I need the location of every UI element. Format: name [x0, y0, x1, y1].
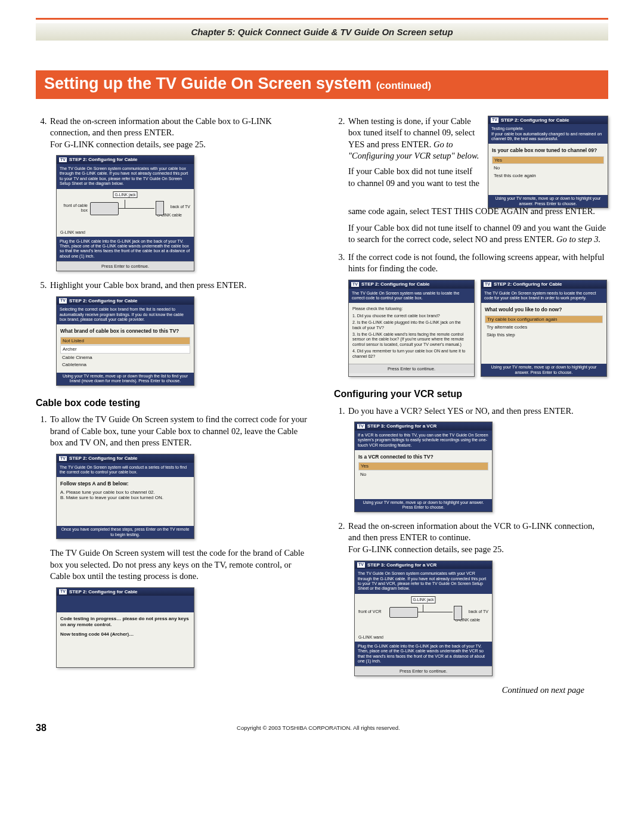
page: Chapter 5: Quick Connect Guide & TV Guid… — [0, 0, 644, 751]
dlg-title-text: STEP 2: Configuring for Cable — [494, 281, 562, 287]
right-step-2: When testing is done, if your Cable box … — [347, 116, 608, 246]
dlg-top-text: Selecting the correct cable box brand fr… — [57, 305, 194, 324]
wire-up-icon — [125, 200, 125, 208]
option-archer[interactable]: Archer — [60, 345, 190, 354]
dlg-top: The TV Guide On Screen system needs to l… — [481, 289, 606, 304]
option-no[interactable]: No — [358, 471, 488, 478]
dlg-body: Is your cable box now tuned to channel 0… — [488, 144, 608, 195]
subhead-cable-test: Cable box code testing — [36, 397, 310, 410]
tv-logo-icon: TV — [484, 282, 491, 287]
test-step-1: To allow the TV Guide On Screen system t… — [49, 414, 310, 668]
dlg-top-text: The TV Guide On Screen system communicat… — [57, 164, 194, 189]
tv-logo-icon: TV — [59, 456, 67, 461]
dlg-top-text: Testing complete. If your cable box auto… — [488, 124, 608, 144]
dialog-code-testing: TV STEP 2: Configuring for Cable Code te… — [56, 587, 194, 668]
dlg-title-text: STEP 2: Configuring for Cable — [361, 281, 430, 287]
dialog-follow-steps: TV STEP 2: Configuring for Cable The TV … — [56, 454, 194, 539]
dlg-foot: Using your TV remote, move up or down th… — [57, 373, 194, 385]
cablebox-icon — [90, 202, 119, 215]
dlg-foot: Press Enter to continue. — [57, 261, 194, 271]
step4-text-b: For G-LINK connection details, see page … — [50, 140, 206, 149]
test-note: The TV Guide On Screen system will test … — [50, 547, 310, 583]
dlg-question: Is a VCR connected to this TV? — [358, 454, 488, 460]
label-jack: G-LINK jack — [113, 191, 137, 199]
copyright: Copyright © 2003 TOSHIBA CORPORATION. Al… — [47, 724, 590, 731]
cable-test-list: To allow the TV Guide On Screen system t… — [36, 414, 310, 668]
option-yes[interactable]: Yes — [492, 156, 604, 165]
chapter-bar: Chapter 5: Quick Connect Guide & TV Guid… — [36, 23, 608, 41]
dlg-title-text: STEP 3: Configuring for a VCR — [367, 423, 436, 429]
hint-4: 4. Did you remember to turn your cable b… — [352, 349, 470, 359]
dlg-body: Is a VCR connected to this TV? Yes No — [355, 450, 492, 499]
test-step1-text: To allow the TV Guide On Screen system t… — [50, 414, 307, 447]
tv-back-icon — [454, 606, 462, 620]
option-try-alt-codes[interactable]: Try alternate codes — [485, 324, 603, 331]
dlg-foot: Using your TV remote, move up or down to… — [355, 499, 492, 512]
dlg-question: What brand of cable box is connected to … — [60, 328, 190, 334]
right-step-3: If the correct code is not found, the fo… — [347, 252, 608, 377]
right-list-2-3: When testing is done, if your Cable box … — [334, 116, 608, 377]
step2-wrap: When testing is done, if your Cable box … — [348, 116, 608, 209]
step3-text: If the correct code is not found, the fo… — [348, 252, 604, 274]
option-no[interactable]: No — [492, 165, 604, 172]
dialog-vcr-glink: TV STEP 3: Configuring for a VCR The TV … — [354, 561, 493, 677]
left-list-4-5: Read the on-screen information about the… — [36, 116, 310, 386]
dlg-title-text: STEP 2: Configuring for Cable — [69, 589, 138, 595]
option-cable-cinema[interactable]: Cable Cinema — [60, 354, 190, 361]
dlg-title-text: STEP 2: Configuring for Cable — [69, 157, 138, 163]
glink-diagram: G-LINK jack front of cable box back of T… — [57, 189, 194, 237]
wire-icon — [418, 612, 453, 612]
dlg-question: What would you like to do now? — [485, 306, 603, 312]
dlg-body: Follow steps A and B below: A. Please tu… — [57, 477, 194, 526]
dlg-top: If a VCR is connected to this TV, you ca… — [355, 431, 492, 450]
dlg-body: Please check the following: 1. Did you c… — [349, 303, 474, 364]
option-yes[interactable]: Yes — [358, 462, 488, 470]
dlg-question: Follow steps A and B below: — [60, 481, 190, 487]
left-column: Read the on-screen information about the… — [36, 116, 310, 701]
continued-note: Continued on next page — [334, 685, 584, 696]
tv-logo-icon: TV — [351, 282, 359, 287]
step-4: Read the on-screen information about the… — [49, 116, 310, 271]
title-main: Setting up the TV Guide On Screen system — [44, 75, 371, 92]
dlg-title: TV STEP 2: Configuring for Cable — [57, 588, 194, 596]
dlg-foot: Press Enter to continue. — [349, 364, 474, 373]
hint-2: 2. Is the G-LINK cable plugged into the … — [352, 320, 470, 330]
dialog-glink-cable: TV STEP 2: Configuring for Cable The TV … — [56, 155, 194, 271]
step2-text-block: When testing is done, if your Cable box … — [348, 116, 481, 194]
option-try-config-again[interactable]: Try cable box configuration again — [485, 315, 603, 324]
testing-line2: Now testing code 044 (Archer)… — [60, 631, 190, 637]
label-front: front of cable box — [60, 203, 88, 213]
dlg-title: TV STEP 2: Configuring for Cable — [57, 454, 194, 463]
vcr-icon — [389, 607, 418, 618]
dialog-brand-select: TV STEP 2: Configuring for Cable Selecti… — [56, 296, 194, 386]
dlg-title-text: STEP 3: Configuring for a VCR — [367, 562, 436, 568]
step2-c-italic: Go to step 3. — [556, 234, 600, 244]
step2-c: If your Cable box did not tune itself to… — [348, 222, 608, 246]
tv-logo-icon: TV — [491, 117, 499, 122]
label-wand: G-LINK wand — [358, 635, 383, 640]
hint-3: 3. Is the G-LINK cable wand's lens facin… — [352, 332, 470, 347]
dlg-title-text: STEP 2: Configuring for Cable — [69, 456, 138, 462]
step-5: Highlight your Cable box brand, and then… — [49, 280, 310, 386]
subhead-vcr: Configuring your VCR setup — [334, 388, 608, 401]
dlg-title: TV STEP 2: Configuring for Cable — [57, 297, 194, 305]
vcr-step-2: Read the on-screen information about the… — [347, 521, 608, 676]
wire-up-icon — [423, 605, 423, 612]
option-test-again[interactable]: Test this code again — [492, 172, 604, 179]
dlg-title-text: STEP 2: Configuring for Cable — [69, 298, 138, 304]
dlg-mid-text: Plug the G-LINK cable into the G-LINK ja… — [57, 237, 194, 262]
label-back: back of TV — [171, 205, 190, 209]
option-not-listed[interactable]: Not Listed — [60, 337, 190, 345]
option-cabletenna[interactable]: Cabletenna — [60, 361, 190, 368]
tv-logo-icon: TV — [59, 298, 67, 303]
option-skip-step[interactable]: Skip this step — [485, 332, 603, 339]
step-b: B. Make sure to leave your cable box tur… — [60, 495, 190, 501]
dlg-title: TV STEP 2: Configuring for Cable — [349, 280, 474, 289]
dlg-title: TV STEP 3: Configuring for a VCR — [355, 422, 492, 431]
step5-text: Highlight your Cable box brand, and then… — [50, 280, 246, 290]
tv-logo-icon: TV — [59, 589, 67, 594]
dlg-mid: Plug the G-LINK cable into the G-LINK ja… — [355, 642, 492, 667]
page-title: Setting up the TV Guide On Screen system… — [36, 70, 608, 99]
vcr-diagram: G-LINK jack front of VCR back of TV G-LI… — [355, 594, 492, 642]
dlg-title: TV STEP 2: Configuring for Cable — [57, 156, 194, 164]
